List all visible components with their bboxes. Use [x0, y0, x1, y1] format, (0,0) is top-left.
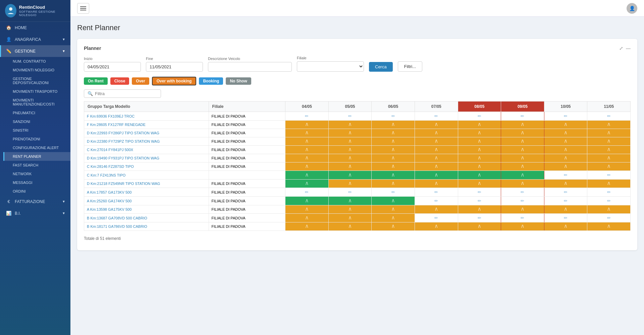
pencil-icon[interactable]: ✏: [348, 190, 352, 195]
pencil-icon[interactable]: ✏: [564, 114, 568, 119]
app-name: RentinCloud: [19, 5, 65, 10]
pencil-icon[interactable]: ✏: [521, 215, 524, 220]
pencil-icon[interactable]: ✏: [478, 198, 481, 203]
app-sub: SOFTWARE GESTIONE NOLEGGIO: [19, 10, 65, 17]
day-cell: ✏: [328, 112, 372, 121]
vehicle-link[interactable]: B Km:13687 GA708VD 500 CABRIO: [87, 216, 147, 220]
rent-icon: /\: [306, 224, 308, 229]
sidebar-item-network[interactable]: NETWORK: [3, 170, 70, 178]
sidebar-item-sinistri[interactable]: SINISTRI: [3, 126, 70, 135]
pencil-icon[interactable]: ✏: [607, 198, 611, 203]
sidebar-item-movimenti-manutenzione[interactable]: MOVIMENTI MANUTENZIONE/COSTI: [3, 96, 70, 109]
table-filter-input[interactable]: [95, 91, 157, 96]
vehicle-link[interactable]: F Km:69936 FX109EJ TROC: [87, 114, 135, 118]
rent-icon: /\: [392, 139, 394, 144]
sidebar-item-configurazione-alert[interactable]: CONFIGURAZIONE ALERT: [3, 143, 70, 152]
pencil-icon[interactable]: ✏: [607, 114, 611, 119]
rent-icon: /\: [392, 122, 394, 127]
inizio-input[interactable]: [84, 62, 141, 72]
vehicle-link[interactable]: F Km:28605 FX127RF RENEGADE: [87, 123, 146, 127]
vehicle-link[interactable]: A Km:17857 GA173KV 500: [87, 190, 131, 194]
pencil-icon[interactable]: ✏: [434, 198, 438, 203]
vehicle-link[interactable]: B Km:18171 GA786VD 500 CABRIO: [87, 224, 147, 228]
pencil-icon[interactable]: ✏: [564, 190, 568, 195]
table-row: B Km:13687 GA708VD 500 CABRIOFILIALE DI …: [84, 214, 631, 222]
rent-icon: /\: [478, 147, 481, 152]
pencil-icon[interactable]: ✏: [391, 114, 395, 119]
sidebar-item-fatturazione[interactable]: € FATTURAZIONE ▼: [0, 196, 70, 207]
vehicle-link[interactable]: C Km:7 FZ413NS TIPO: [87, 173, 125, 177]
rent-icon: /\: [349, 207, 351, 212]
pencil-icon[interactable]: ✏: [348, 114, 352, 119]
filiale-cell: FILIALE DI PADOVA: [209, 146, 285, 154]
filiale-select[interactable]: [297, 61, 364, 72]
sidebar-item-movimenti-noleggio[interactable]: MOVIMENTI NOLEGGIO: [3, 66, 70, 74]
pencil-icon[interactable]: ✏: [391, 190, 395, 195]
fine-label: Fine: [146, 57, 203, 61]
sidebar-item-gestione[interactable]: ✏️ GESTIONE ▼: [0, 45, 70, 57]
pencil-icon[interactable]: ✏: [305, 190, 309, 195]
descrizione-input[interactable]: [208, 62, 292, 72]
sidebar-item-num-contratto[interactable]: NUM. CONTRATTO: [3, 57, 70, 66]
sidebar-item-messaggi[interactable]: MESSAGGI: [3, 178, 70, 187]
rent-icon: /\: [608, 156, 610, 160]
logo-area: RentinCloud SOFTWARE GESTIONE NOLEGGIO: [0, 0, 70, 22]
pencil-icon[interactable]: ✏: [564, 215, 568, 220]
sidebar-item-pneumatici[interactable]: PNEUMATICI: [3, 109, 70, 117]
expand-button[interactable]: ⤢: [619, 46, 623, 51]
day-cell: /\: [372, 180, 415, 188]
rent-icon: /\: [608, 122, 610, 127]
rent-icon: /\: [608, 139, 610, 144]
sidebar-item-sanzioni[interactable]: SANZIONI: [3, 117, 70, 126]
vehicle-link[interactable]: D Km:22993 FY286PJ TIPO STATION WAG: [87, 131, 159, 135]
sidebar-item-home[interactable]: 🏠 HOME: [0, 22, 70, 34]
minimize-button[interactable]: —: [626, 46, 631, 51]
day-cell: /\: [458, 121, 501, 129]
pencil-icon[interactable]: ✏: [478, 114, 481, 119]
vehicle-link[interactable]: C Km:27014 FY841PJ 500X: [87, 148, 133, 152]
vehicle-link[interactable]: C Km:28146 FZ287SD TIPO: [87, 164, 134, 169]
pencil-icon[interactable]: ✏: [564, 173, 568, 178]
rent-icon: /\: [392, 199, 394, 203]
fine-input[interactable]: [146, 62, 203, 72]
vehicle-link[interactable]: A Km:25260 GA174KV 500: [87, 199, 131, 203]
sidebar-item-movimenti-trasporto[interactable]: MOVIMENTI TRASPORTO: [3, 87, 70, 96]
vehicle-link[interactable]: D Km:21218 FZ549NR TIPO STATION WAG: [87, 182, 160, 186]
sidebar-item-anagrafica[interactable]: 👤 ANAGRAFICA ▼: [0, 34, 70, 45]
pencil-icon[interactable]: ✏: [521, 114, 524, 119]
pencil-icon[interactable]: ✏: [434, 190, 438, 195]
pencil-icon[interactable]: ✏: [521, 198, 524, 203]
pencil-icon[interactable]: ✏: [607, 173, 611, 178]
legend-close: Close: [110, 77, 129, 85]
sidebar-item-bi[interactable]: 📊 B.I. ▼: [0, 207, 70, 219]
pencil-icon[interactable]: ✏: [434, 215, 438, 220]
filtri-button[interactable]: Filtri...: [398, 61, 422, 72]
day-cell: ✏: [501, 197, 544, 205]
pencil-icon[interactable]: ✏: [564, 198, 568, 203]
pencil-icon[interactable]: ✏: [521, 190, 524, 195]
submenu-label: CONFIGURAZIONE ALERT: [13, 146, 65, 150]
day-cell: /\: [285, 154, 329, 162]
sidebar-item-fast-search[interactable]: FAST SEARCH: [3, 161, 70, 170]
vehicle-link[interactable]: A Km:13598 GA175KV 500: [87, 207, 131, 211]
pencil-icon[interactable]: ✏: [478, 190, 481, 195]
vehicle-link[interactable]: D Km:22380 FY729PZ TIPO STATION WAG: [87, 139, 160, 143]
sidebar-item-ordini[interactable]: ORDINI: [3, 187, 70, 196]
sidebar-item-gestione-depositi[interactable]: GESTIONE DEPOSITI/CAUZIONI: [3, 74, 70, 87]
rent-icon: /\: [565, 131, 567, 135]
pencil-icon[interactable]: ✏: [478, 215, 481, 220]
pencil-icon[interactable]: ✏: [434, 114, 438, 119]
vehicle-cell: A Km:25260 GA174KV 500: [84, 197, 209, 205]
cerca-button[interactable]: Cerca: [369, 62, 393, 72]
sidebar-item-rent-planner[interactable]: RENT PLANNER: [3, 152, 70, 161]
filiale-cell: FILIALE DI PADOVA: [209, 129, 285, 137]
pencil-icon[interactable]: ✏: [305, 114, 309, 119]
day-cell: /\: [372, 137, 415, 146]
vehicle-link[interactable]: D Km:19490 FY931PJ TIPO STATION WAG: [87, 156, 159, 160]
sidebar-item-prenotazioni[interactable]: PRENOTAZIONI: [3, 135, 70, 143]
day-cell: /\: [587, 162, 631, 171]
pencil-icon[interactable]: ✏: [607, 215, 611, 220]
pencil-icon[interactable]: ✏: [607, 190, 611, 195]
hamburger-button[interactable]: [77, 3, 89, 14]
user-avatar[interactable]: 👤: [627, 3, 637, 14]
